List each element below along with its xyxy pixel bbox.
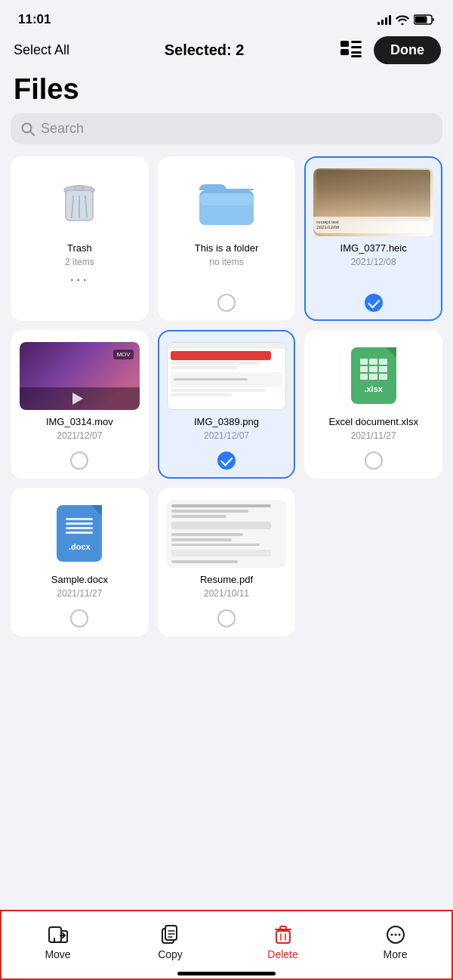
selected-count: Selected: 2 (165, 42, 245, 59)
file-card-img0389[interactable]: IMG_0389.png 2021/12/07 (158, 330, 296, 479)
img0389-selection-circle[interactable] (217, 451, 236, 470)
svg-rect-4 (351, 46, 362, 48)
xlsx-file-icon: .xlsx (313, 342, 433, 410)
grid-icon (341, 41, 362, 57)
copy-icon (161, 925, 180, 945)
more-button[interactable]: More (339, 919, 451, 960)
pdf-selection-circle[interactable] (217, 609, 236, 627)
folder-meta: no items (209, 257, 243, 267)
signal-icon (378, 14, 391, 25)
trash-file-icon (20, 168, 140, 236)
svg-rect-22 (165, 926, 177, 940)
svg-point-31 (390, 934, 393, 936)
img0377-selection-circle[interactable] (365, 294, 383, 312)
home-indicator (177, 972, 276, 975)
file-card-docx[interactable]: .docx Sample.docx 2021/11/27 (11, 488, 149, 636)
battery-icon (414, 14, 435, 25)
pdf-file-icon (167, 500, 287, 568)
svg-point-32 (394, 934, 396, 936)
docx-selection-circle[interactable] (70, 609, 88, 627)
done-button[interactable]: Done (374, 36, 441, 64)
folder-selection-circle[interactable] (217, 294, 236, 312)
folder-file-icon (167, 168, 287, 236)
nav-right-actions: Done (337, 36, 441, 64)
img0389-date: 2021/12/07 (204, 430, 249, 441)
wifi-icon (396, 14, 409, 25)
files-grid: Trash 2 items ··· This is a folder no it… (0, 156, 453, 649)
svg-rect-2 (341, 41, 349, 47)
svg-rect-6 (351, 51, 362, 54)
trash-meta: 2 items (65, 257, 94, 267)
excel-name: Excel document.xlsx (328, 416, 418, 429)
nav-bar: Select All Selected: 2 Done (0, 33, 453, 70)
img0314-date: 2021/12/07 (57, 430, 102, 441)
file-card-trash[interactable]: Trash 2 items ··· (11, 156, 149, 321)
docx-name: Sample.docx (51, 574, 108, 587)
svg-rect-26 (280, 926, 286, 929)
img0377-thumbnail: receipt text2021/12/08 (313, 168, 433, 236)
svg-rect-7 (351, 55, 362, 57)
pdf-name: Resume.pdf (200, 574, 253, 587)
excel-date: 2021/11/27 (351, 430, 396, 441)
search-icon (21, 122, 35, 136)
pdf-date: 2021/10/11 (204, 588, 249, 599)
svg-line-9 (30, 131, 34, 135)
svg-rect-1 (415, 17, 427, 23)
docx-file-icon: .docx (20, 500, 140, 568)
more-icon (386, 925, 405, 945)
docx-date: 2021/11/27 (57, 588, 102, 599)
delete-button[interactable]: Delete (226, 919, 339, 960)
excel-selection-circle[interactable] (365, 451, 383, 470)
svg-rect-5 (341, 49, 349, 55)
img0377-name: IMG_0377.heic (341, 242, 407, 255)
file-card-pdf[interactable]: Resume.pdf 2021/10/11 (158, 488, 296, 636)
file-card-img0314[interactable]: MOV IMG_0314.mov 2021/12/07 (11, 330, 149, 479)
svg-point-33 (398, 934, 400, 936)
select-all-button[interactable]: Select All (12, 39, 71, 61)
img0389-name: IMG_0389.png (194, 416, 259, 429)
trash-ellipsis: ··· (69, 270, 89, 288)
file-card-img0377[interactable]: receipt text2021/12/08 IMG_0377.heic 202… (304, 156, 442, 321)
folder-name: This is a folder (195, 242, 259, 255)
search-bar-container: Search (0, 113, 453, 156)
trash-name: Trash (67, 242, 92, 255)
search-bar[interactable]: Search (11, 113, 442, 144)
svg-rect-27 (276, 931, 290, 943)
file-card-excel[interactable]: .xlsx Excel document.xlsx 2021/11/27 (304, 330, 442, 479)
img0314-thumbnail: MOV (20, 342, 140, 410)
copy-button[interactable]: Copy (114, 919, 226, 960)
file-card-folder[interactable]: This is a folder no items (158, 156, 296, 321)
svg-rect-3 (351, 41, 362, 43)
delete-label: Delete (267, 948, 297, 960)
more-label: More (384, 948, 408, 960)
svg-rect-12 (75, 186, 84, 190)
status-icons (378, 14, 435, 25)
search-placeholder: Search (41, 121, 84, 137)
img0314-name: IMG_0314.mov (46, 416, 113, 429)
page-title: Files (0, 70, 453, 113)
img0377-date: 2021/12/08 (351, 257, 396, 267)
status-time: 11:01 (18, 12, 51, 27)
img0314-selection-circle[interactable] (70, 451, 88, 470)
status-bar: 11:01 (0, 0, 453, 33)
svg-rect-18 (199, 193, 254, 205)
copy-label: Copy (158, 948, 183, 960)
move-label: Move (45, 948, 70, 960)
move-icon (48, 925, 68, 945)
grid-view-button[interactable] (337, 38, 365, 63)
move-button[interactable]: Move (2, 919, 114, 960)
bottom-toolbar: Move Copy Del (0, 910, 453, 980)
delete-icon (273, 925, 293, 945)
img0389-thumbnail (167, 342, 287, 410)
